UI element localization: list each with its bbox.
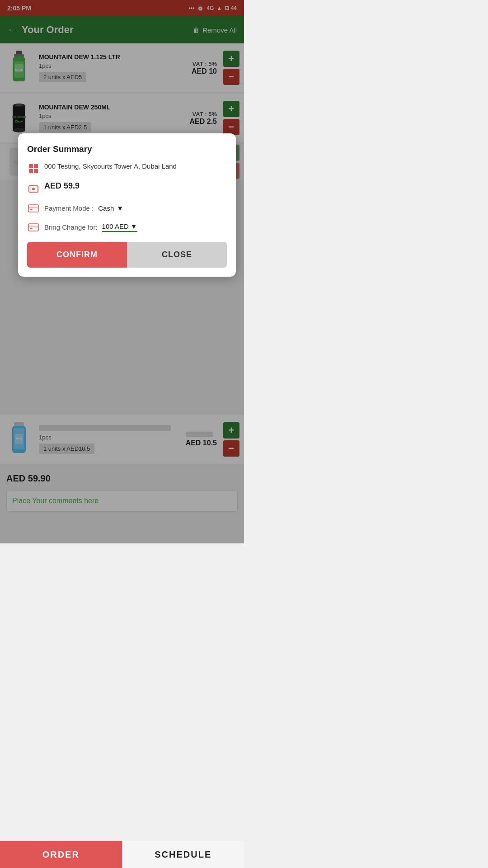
modal-title: Order Summary [27,144,227,154]
modal-buttons: CONFIRM CLOSE [27,242,227,268]
payment-icon [27,202,40,215]
svg-rect-28 [30,228,33,229]
payment-row: Payment Mode : Cash ▼ [27,201,227,215]
svg-rect-25 [30,209,33,210]
address-icon [27,162,40,175]
svg-rect-22 [29,187,31,191]
change-value: 100 AED [102,222,129,230]
chevron-down-icon: ▼ [131,222,137,230]
svg-point-21 [32,188,35,190]
amount-icon [27,182,40,195]
svg-rect-18 [29,169,33,173]
address-row: 000 Testing, Skycourts Tower A, Dubai La… [27,161,227,175]
change-amount-select[interactable]: 100 AED ▼ [102,222,137,232]
svg-rect-27 [28,226,38,227]
change-row: Bring Change for: 100 AED ▼ [27,220,227,234]
order-summary-modal: Order Summary 000 Testing, Skycourts Tow… [18,133,236,277]
change-label: Bring Change for: [44,223,98,231]
modal-amount: AED 59.9 [44,181,80,191]
amount-row: AED 59.9 [27,181,227,195]
payment-mode-label: Payment Mode : [44,204,94,212]
confirm-button[interactable]: CONFIRM [27,242,127,268]
change-icon [27,221,40,234]
svg-rect-17 [34,164,38,168]
payment-mode-select[interactable]: Cash ▼ [98,204,123,212]
svg-rect-16 [29,164,33,168]
svg-rect-19 [34,169,38,173]
svg-rect-24 [28,207,38,208]
payment-value: Cash [98,204,114,212]
close-button[interactable]: CLOSE [127,242,227,268]
modal-address: 000 Testing, Skycourts Tower A, Dubai La… [44,161,177,171]
chevron-down-icon: ▼ [117,204,123,212]
